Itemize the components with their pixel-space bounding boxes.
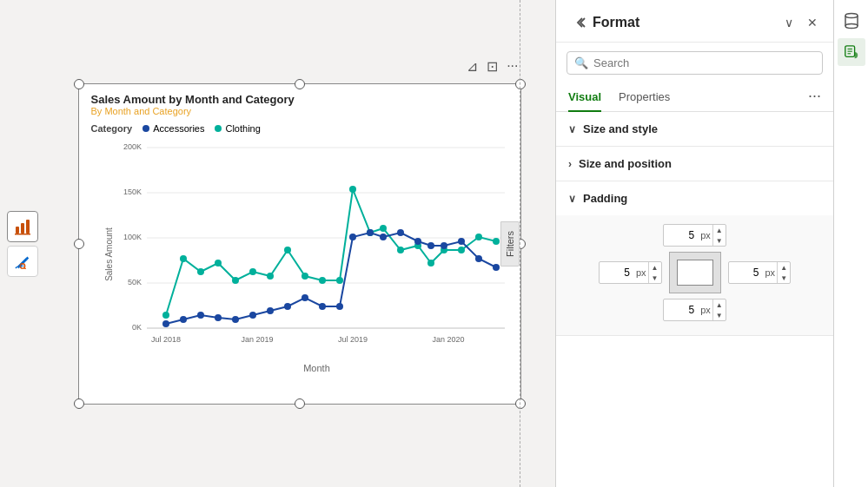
icon-paint-btn[interactable]	[838, 38, 865, 66]
section-padding-body: px ▲ ▼ px	[556, 215, 833, 335]
legend-text-clothing: Clothing	[225, 123, 260, 134]
svg-point-66	[845, 14, 858, 18]
padding-left-up[interactable]: ▲	[649, 262, 661, 273]
legend-dot-accessories	[142, 125, 149, 132]
section-size-style-header[interactable]: ∨ Size and style	[556, 112, 833, 146]
padding-bottom-down[interactable]: ▼	[713, 310, 726, 320]
svg-line-6	[24, 267, 26, 269]
svg-point-45	[162, 320, 169, 327]
svg-point-58	[380, 234, 387, 240]
chart-legend: Category Accessories Clothing	[79, 120, 520, 137]
padding-right-input[interactable]	[729, 265, 764, 280]
panel-close-icon[interactable]: ✕	[804, 14, 821, 31]
padding-bottom-input-wrapper: px ▲ ▼	[663, 299, 726, 321]
canvas-area: ⊿ ⊡ ··· Sales Amount by Month and Catego…	[0, 0, 555, 487]
toolbar-chart-btn[interactable]	[7, 211, 38, 242]
expand-icon[interactable]: ⊡	[485, 56, 500, 76]
svg-point-47	[197, 312, 204, 319]
svg-text:Jul 2018: Jul 2018	[150, 335, 180, 344]
filter-icon[interactable]: ⊿	[465, 56, 480, 76]
section-padding-label: Padding	[583, 192, 627, 205]
panel-chevron-icon[interactable]: ∨	[781, 14, 797, 31]
chart-title-area: Sales Amount by Month and Category By Mo…	[79, 84, 520, 120]
section-padding: ∨ Padding px ▲ ▼	[556, 181, 833, 336]
padding-middle-row: px ▲ ▼	[599, 252, 791, 293]
padding-bottom-row: px ▲ ▼	[663, 299, 726, 321]
panel-collapse-btn[interactable]	[568, 10, 593, 35]
svg-point-24	[162, 312, 169, 319]
padding-inner-box	[677, 260, 713, 286]
padding-left-spinners: ▲ ▼	[648, 262, 661, 283]
legend-clothing: Clothing	[215, 123, 260, 134]
padding-bottom-up[interactable]: ▲	[713, 299, 726, 310]
tab-more[interactable]: ···	[808, 88, 821, 107]
svg-text:150K: 150K	[123, 188, 141, 196]
svg-point-38	[397, 247, 404, 253]
svg-point-33	[319, 277, 326, 284]
section-padding-header[interactable]: ∨ Padding	[556, 181, 833, 215]
panel-icon-column	[833, 0, 868, 487]
handle-tc[interactable]	[295, 79, 305, 89]
chart-toolbar: ⊿ ⊡ ···	[465, 56, 520, 76]
panel-header-icons: ∨ ✕	[781, 14, 821, 31]
svg-point-28	[232, 277, 239, 284]
handle-tl[interactable]	[74, 79, 84, 89]
padding-bottom-input[interactable]	[664, 302, 699, 318]
panel-header: Format ∨ ✕	[556, 0, 833, 43]
padding-left-input-wrapper: px ▲ ▼	[599, 261, 662, 284]
svg-point-27	[215, 260, 222, 267]
chart-svg: 200K 150K 100K 50K 0K Jul 2018 Jan 2019 …	[114, 137, 509, 363]
svg-rect-3	[15, 234, 30, 235]
svg-text:0K: 0K	[131, 323, 141, 332]
tab-properties[interactable]: Properties	[619, 83, 670, 112]
padding-top-input-wrapper: px ▲ ▼	[663, 224, 726, 247]
padding-right-down[interactable]: ▼	[778, 273, 790, 283]
svg-point-53	[301, 294, 308, 301]
padding-right-up[interactable]: ▲	[778, 262, 790, 273]
more-options-icon[interactable]: ···	[505, 56, 520, 76]
padding-right-unit: px	[764, 267, 778, 278]
svg-text:Jan 2019: Jan 2019	[241, 335, 273, 344]
handle-bl[interactable]	[74, 398, 84, 409]
svg-point-31	[284, 247, 291, 253]
svg-point-54	[319, 303, 326, 310]
icon-cylinder-btn[interactable]	[838, 7, 865, 35]
padding-top-input[interactable]	[664, 227, 699, 243]
svg-point-46	[180, 316, 187, 323]
section-padding-chevron: ∨	[568, 193, 576, 205]
svg-point-43	[475, 234, 482, 240]
padding-top-up[interactable]: ▲	[713, 225, 726, 235]
padding-center-box	[669, 252, 721, 293]
svg-point-57	[367, 229, 374, 236]
svg-point-56	[349, 234, 356, 240]
tab-visual[interactable]: Visual	[568, 83, 601, 112]
svg-rect-0	[16, 227, 19, 234]
panel-content: ∨ Size and style › Size and position ∨ P…	[556, 112, 833, 487]
svg-point-32	[301, 273, 308, 280]
svg-point-42	[458, 247, 465, 253]
chart-container: ⊿ ⊡ ··· Sales Amount by Month and Catego…	[78, 83, 521, 405]
toolbar-edit-btn[interactable]	[7, 246, 38, 277]
handle-bc[interactable]	[295, 398, 305, 409]
section-size-position-label: Size and position	[579, 157, 672, 170]
section-size-position-header[interactable]: › Size and position	[556, 147, 833, 181]
svg-point-49	[232, 316, 239, 323]
svg-point-37	[380, 225, 387, 232]
svg-point-34	[336, 277, 343, 284]
padding-grid: px ▲ ▼ px	[573, 224, 816, 321]
padding-top-row: px ▲ ▼	[663, 224, 726, 247]
chart-title: Sales Amount by Month and Category	[91, 93, 508, 106]
legend-accessories: Accessories	[142, 123, 204, 134]
padding-top-down[interactable]: ▼	[713, 235, 726, 246]
svg-point-60	[414, 238, 421, 245]
section-size-style-label: Size and style	[583, 122, 658, 135]
right-side: Format ∨ ✕ 🔍 Visual Properties ··· ∨ Siz…	[555, 0, 868, 487]
svg-rect-1	[21, 223, 24, 234]
svg-point-40	[427, 260, 434, 267]
padding-top-unit: px	[699, 230, 712, 240]
filters-tab[interactable]: Filters	[500, 221, 520, 267]
padding-left-down[interactable]: ▼	[649, 273, 661, 283]
panel-tabs: Visual Properties ···	[556, 83, 833, 112]
padding-left-input[interactable]	[600, 265, 634, 280]
search-input[interactable]	[593, 56, 815, 69]
